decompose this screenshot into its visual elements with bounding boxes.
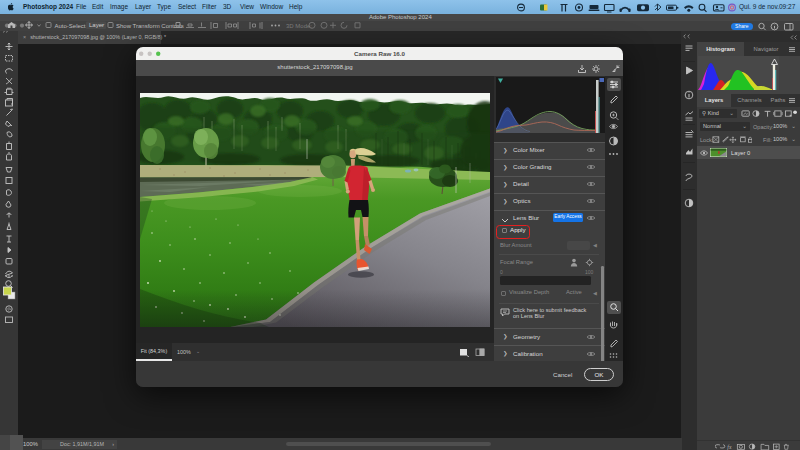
svg-text:Auto-Select:: Auto-Select: bbox=[55, 23, 88, 29]
svg-text:Show Transform Controls: Show Transform Controls bbox=[116, 23, 184, 29]
svg-text:3D Mode:: 3D Mode: bbox=[286, 23, 312, 29]
svg-text:fx: fx bbox=[727, 444, 732, 450]
